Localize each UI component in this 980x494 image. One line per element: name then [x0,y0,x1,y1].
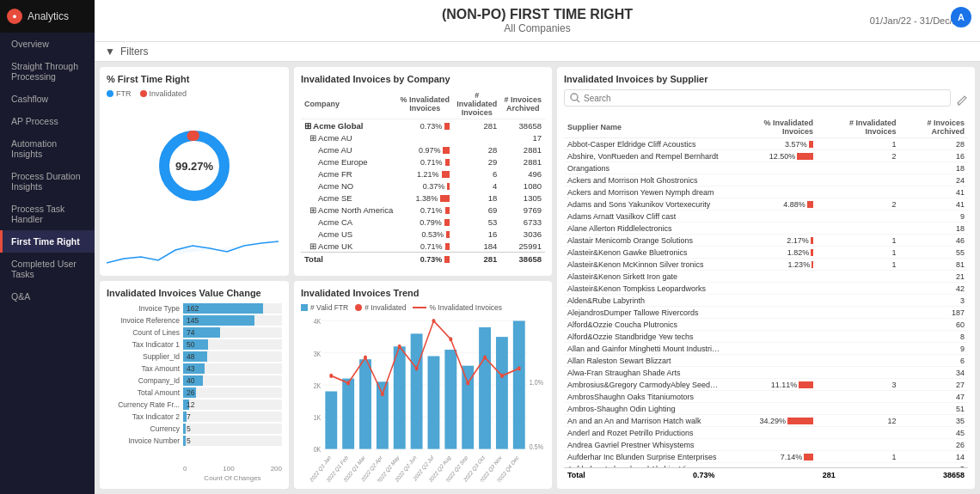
trend-point [381,392,384,396]
hbar-track: 26 [183,387,282,398]
company-pct: 1.38% [397,192,454,204]
supplier-name: Allan and Gainfor Minghetti Mount Indust… [564,343,723,355]
supplier-arch: 187 [899,307,968,319]
trend-bar [513,320,525,448]
company-table: Company % InvalidatedInvoices #Invalidat… [301,89,545,265]
supplier-inv: 1 [817,451,899,463]
supplier-arch: 16 [899,150,968,162]
list-item: Allan and Gainfor Minghetti Mount Indust… [564,343,968,355]
supplier-toolbar [564,89,968,112]
supplier-name: Ambros-Shaughn Odin Lighting [564,403,723,415]
col-num: #InvalidatedInvoices [453,89,500,119]
sidebar-item-overview[interactable]: Overview [0,33,95,55]
supplier-name: Andrea Gavriel Prestner Whisystems [564,439,723,451]
supplier-arch: 45 [899,427,968,439]
supplier-pct: 1.23% [723,259,817,271]
list-item: Orangations 18 [564,162,968,174]
supplier-pct: 34.29% [723,415,817,427]
donut-chart: 99.27% [156,127,233,204]
supplier-pct [723,343,817,355]
hbar-label: Supplier_Id [107,352,180,361]
supplier-inv: 3 [817,379,899,391]
supplier-arch: 9 [899,210,968,223]
hbar-value: 145 [187,316,199,325]
supplier-arch: 34 [899,367,968,379]
supplier-name: Adams and Sons Yakunikov Vortexecurity [564,198,723,210]
filter-icon[interactable]: ▼ [105,46,115,58]
sidebar-item-ap-process[interactable]: AP Process [0,110,95,132]
hbar-container: Invoice Type 162 Invoice Reference 145 C… [107,303,282,462]
trend-card-title: Invalidated Invoices Trend [301,288,545,298]
edit-icon[interactable] [956,95,968,107]
hbar-track: 74 [183,327,282,338]
sidebar-item-automation[interactable]: Automation Insights [0,132,95,165]
trend-bar [496,337,508,448]
search-icon [570,93,580,103]
supplier-name: Ackers and Morrison Holt Ghostronics [564,174,723,186]
trend-chart-area: 0K1K2K3K4K0.5%1.0%2022 Q1 Jan2022 Q1 Feb… [301,315,545,483]
supplier-search-box[interactable] [564,89,951,107]
hbar-track: 7 [183,412,282,422]
supplier-inv [817,439,899,451]
hbar-label: Currency Rate Fr... [107,400,180,409]
list-item: Ambros-Shaughn Odin Lighting 51 [564,403,968,415]
sidebar-item-first-time-right[interactable]: First Time Right [0,230,95,253]
supplier-pct: 4.88% [723,198,817,210]
trend-bar [342,378,354,448]
legend-inv: # Invalidated [355,303,406,312]
company-name: Acme AU [301,143,397,156]
hbar-row: Invoice Type 162 [107,303,282,314]
hbar-label: Total Amount [107,388,180,397]
supplier-pct [723,427,817,439]
company-table-container[interactable]: Company % InvalidatedInvoices #Invalidat… [301,89,545,269]
supplier-inv [817,186,899,198]
list-item: AmbrosShaughn Oaks Titaniumotors 47 [564,391,968,403]
company-pct: 0.73% [397,119,454,132]
supplier-arch: 6 [899,355,968,367]
trend-point [398,344,401,348]
company-pct: 0.73% [397,253,454,265]
company-inv: 53 [453,216,500,228]
table-row: ⊞ Acme Global 0.73% 281 38658 [301,119,545,132]
supplier-pct: 1.82% [723,247,817,259]
supplier-name: Alasteir&Kenon Gawke Bluetronics [564,247,723,259]
sidebar-item-process-task[interactable]: Process Task Handler [0,198,95,230]
supplier-inv: 12 [817,415,899,427]
company-name: Acme US [301,228,397,240]
company-card-title: Invalidated Invoices by Company [301,74,545,84]
company-pct: 0.53% [397,228,454,240]
supplier-pct [723,174,817,186]
trend-bar [377,381,389,448]
sidebar-item-straight[interactable]: Straight Through Processing [0,55,95,88]
supplier-name: Anderl and Rozet Petrillo Priductions [564,427,723,439]
supplier-inv [817,210,899,223]
supplier-total-inv: 281 [823,471,836,479]
supplier-table-container[interactable]: Supplier Name % InvalidatedInvoices # In… [564,117,968,467]
list-item: AlejandrosDumper Tallowe Rivercords 187 [564,307,968,319]
supplier-name: AmbrosShaughn Oaks Titaniumotors [564,391,723,403]
content-area: % First Time Right FTR Invalidated [95,62,980,494]
sidebar-item-cashflow[interactable]: Cashflow [0,88,95,110]
company-pct: 0.71% [397,240,454,253]
company-arch: 6733 [500,216,545,228]
trend-bar [444,350,456,449]
sidebar-item-process-duration[interactable]: Process Duration Insights [0,165,95,198]
sidebar-item-completed-tasks[interactable]: Completed User Tasks [0,253,95,285]
company-name: Acme FR [301,168,397,180]
list-item: Ambrosius&Gregory CarmodyAbley Seed Syst… [564,379,968,391]
search-input[interactable] [584,94,945,103]
page-title: (NON-PO) FIRST TIME RIGHT [112,7,963,22]
sidebar-item-qa[interactable]: Q&A [0,285,95,308]
supplier-arch: 3 [899,295,968,307]
svg-text:1.0%: 1.0% [530,378,543,387]
supplier-pct [723,307,817,319]
list-item: Anderl and Rozet Petrillo Priductions 45 [564,427,968,439]
list-item: Adams and Sons Yakunikov Vortexecurity 4… [564,198,968,210]
supplier-arch: 27 [899,379,968,391]
svg-text:3K: 3K [314,349,322,357]
company-name: Acme CA [301,216,397,228]
hbar-value: 7 [187,412,191,421]
supplier-inv: 1 [817,138,899,150]
hbar-row: Tax Indicator 1 50 [107,339,282,350]
svg-line-4 [577,100,579,102]
